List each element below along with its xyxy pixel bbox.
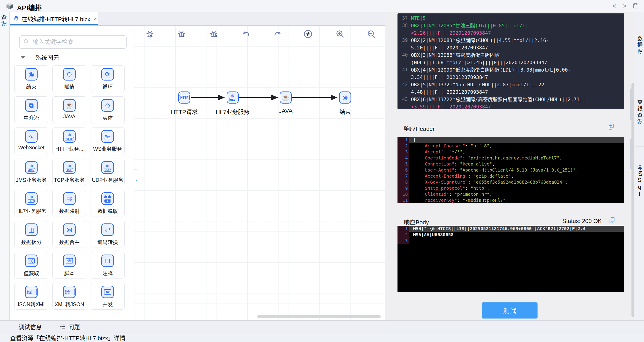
status-bar: 查看资源「在线编排-HTTP转HL7.bizx」详情	[0, 332, 644, 342]
back-icon[interactable]: <	[612, 1, 617, 10]
palette-item-13[interactable]: ⊕HL7HL7业务服务	[14, 190, 48, 216]
palette-item-4[interactable]: ⧉中介流	[14, 96, 48, 123]
copy-icon[interactable]	[609, 217, 615, 224]
palette-item-19[interactable]: (x)值获取	[14, 252, 48, 278]
palette-item-label: 实体	[102, 114, 113, 121]
code-line: 7"Accept-Encoding": "gzip,deflate",	[398, 173, 624, 179]
palette-item-3[interactable]: ⟳循环	[90, 65, 124, 92]
debug-info-label: 调试信息	[18, 322, 42, 331]
flow-node-2[interactable]: ⊕HL7	[226, 92, 239, 104]
palette-item-label: JMS业务服务	[16, 176, 47, 184]
palette-item-16[interactable]: ◫数据拆分	[14, 221, 48, 248]
tab-online-orchestration[interactable]: 在线编排-HTTP转HL7.bizx ×	[10, 12, 98, 25]
palette-item-label: UDP业务服务	[92, 176, 124, 184]
code-line: 6"User-Agent": "Apache-HttpClient/4.5.13…	[398, 167, 624, 173]
zoom-out-icon[interactable]	[366, 29, 376, 39]
debug-restart-icon[interactable]	[146, 29, 155, 39]
tab-problems[interactable]: 问题	[60, 322, 80, 331]
palette-item-9[interactable]: W≡WS业务服务	[90, 128, 124, 154]
palette-item-15[interactable]: ✱✱✱✱数据脱敏	[90, 190, 124, 216]
bottom-tab-bar: 调试信息 问题	[0, 320, 644, 332]
search-input[interactable]	[32, 38, 122, 46]
flow-node-label: HL7业务服务	[206, 107, 260, 116]
redo-icon[interactable]	[273, 29, 282, 39]
palette-item-23[interactable]: XML-JsonXML转JSON	[52, 283, 86, 310]
hl7-output-terminal[interactable]: 37NTE|538OBX|1|NM|12085^甘油三酯(TG)||0.85|m…	[398, 14, 624, 109]
node-icon: W≡	[101, 130, 114, 143]
palette-item-1[interactable]: ◉结束	[14, 65, 48, 92]
terminal-line: 5.20||||F|||20201207093847	[398, 44, 624, 52]
right-rail-tab-3[interactable]: 命名Sql	[635, 146, 644, 216]
zoom-in-icon[interactable]	[335, 29, 345, 39]
palette-item-label: HTTP业务...	[55, 145, 83, 152]
palette-item-label: 中介流	[24, 114, 39, 121]
response-header-code[interactable]: 1▾{2"Accept-Charset": "utf-8",3"Accept":…	[398, 137, 624, 203]
code-line: 1▾{	[398, 137, 624, 143]
palette-item-8[interactable]: ⊕HTTPHTTP业务...	[52, 128, 86, 154]
window-controls: < >	[612, 1, 639, 10]
right-rail-tab-1[interactable]: 数据源	[635, 12, 644, 78]
node-icon: ✱✱✱✱	[101, 192, 114, 205]
palette-item-14[interactable]: ⇉数据映射	[52, 190, 86, 216]
palette-item-12[interactable]: ⊕UDPUDP业务服务	[90, 158, 124, 185]
palette-item-label: HL7业务服务	[16, 207, 46, 214]
node-icon: (x)	[25, 254, 38, 267]
status-bar-text: 查看资源「在线编排-HTTP转HL7.bizx」详情	[10, 334, 126, 342]
palette-item-24[interactable]: </>并发	[90, 283, 124, 310]
flow-node-4[interactable]: ◉	[339, 92, 351, 104]
app-window: API编排 < > 资源 在线编排-HTTP转H	[0, 0, 644, 342]
terminal-line: 41OBX|4|NM|12090^低密度脂蛋白胆固醇(LDL)||3.03|mm…	[398, 66, 624, 74]
node-icon: ◫	[25, 224, 38, 236]
undo-icon[interactable]	[241, 29, 251, 39]
debug-step-icon[interactable]	[209, 29, 219, 39]
palette-item-6[interactable]: ◇实体	[90, 96, 124, 123]
palette-item-2[interactable]: ⊜赋值	[52, 65, 86, 92]
debug-result-panel: 37NTE|538OBX|1|NM|12085^甘油三酯(TG)||0.85|m…	[385, 12, 635, 320]
response-body-code[interactable]: 1MSH|^~\&|HTCIS||LIS||20250521181746.969…	[398, 226, 624, 292]
palette-item-21[interactable]: ⊟注释	[90, 252, 124, 278]
flow-node-3[interactable]: ☕	[280, 92, 292, 104]
palette-item-label: 数据合并	[59, 238, 80, 246]
palette-item-22[interactable]: Json-XMLJSON转XML	[14, 283, 48, 310]
close-icon[interactable]: ×	[94, 15, 97, 22]
flow-node-1[interactable]: HTTP	[178, 92, 190, 104]
terminal-line: 4.48||||F|||20201207093847	[398, 88, 624, 96]
right-rail-tab-2[interactable]: 离线资源	[635, 78, 644, 146]
node-icon: ◉	[25, 68, 38, 80]
palette-item-label: JAVA	[63, 114, 76, 120]
node-icon: ∿	[25, 130, 38, 143]
node-icon: ⊕HTTP	[63, 130, 76, 143]
search-box	[19, 35, 126, 49]
terminal-line: <2.26||||F|||20201207093847	[398, 29, 624, 37]
palette-item-18[interactable]: ⇄编码转换	[90, 221, 124, 248]
left-rail-resources-tab[interactable]: 资源	[2, 14, 8, 26]
problems-label: 问题	[68, 322, 80, 331]
flow-canvas[interactable]: HTTPHTTP请求⊕HL7HL7业务服务☕JAVA◉结束	[134, 26, 385, 320]
palette-item-label: JSON转XML	[16, 300, 46, 308]
palette-item-17[interactable]: ⋈数据合并	[52, 221, 86, 248]
forward-icon[interactable]: >	[622, 1, 626, 10]
group-system-primitives[interactable]: 系统图元	[20, 53, 59, 62]
node-icon: ⊕TCP	[63, 161, 76, 174]
tab-debug-info[interactable]: 调试信息	[18, 322, 42, 331]
collapse-panel-handle[interactable]: ‹	[134, 169, 139, 190]
code-line: 3"Accept": "*/*",	[398, 149, 624, 155]
canvas-horizontal-scrollbar[interactable]	[257, 315, 381, 318]
debug-run-icon[interactable]	[177, 29, 187, 39]
palette-item-10[interactable]: ⊕JMSJMS业务服务	[14, 158, 48, 185]
node-icon: ⊕UDP	[101, 161, 114, 174]
test-button[interactable]: 测试	[482, 302, 538, 318]
node-icon: </>	[63, 254, 76, 267]
save-icon[interactable]	[632, 2, 639, 10]
copy-icon[interactable]	[608, 123, 614, 131]
palette-item-11[interactable]: ⊕TCPTCP业务服务	[52, 158, 86, 185]
palette-item-5[interactable]: ☕JAVA	[52, 96, 86, 123]
palette-item-20[interactable]: </>脚本	[52, 252, 86, 278]
palette-item-7[interactable]: ∿WebSocket	[14, 128, 48, 154]
switch-icon[interactable]	[303, 29, 313, 39]
flow-node-label: HTTP请求	[158, 107, 211, 116]
flow-edges	[134, 26, 385, 320]
terminal-line: 42OBX|5|NM|13721^Non HDL CHOL||2.87|mmol…	[398, 81, 624, 88]
app-logo-icon	[6, 2, 14, 11]
panel-vertical-scrollbar[interactable]	[632, 83, 634, 317]
